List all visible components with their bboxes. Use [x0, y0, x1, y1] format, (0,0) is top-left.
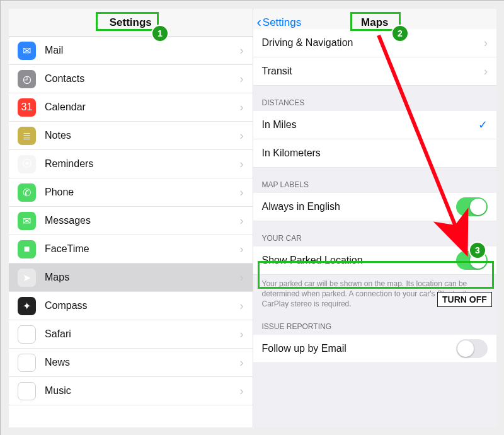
row-label: Notes — [45, 130, 240, 141]
row-label: In Miles — [262, 119, 479, 130]
chevron-left-icon: ‹ — [257, 16, 261, 30]
row-label: Messages — [45, 215, 240, 226]
app-icon-calendar: 31 — [18, 98, 36, 117]
row-label: Phone — [45, 187, 240, 198]
row-label: Mail — [45, 45, 240, 56]
app-icon-music: ♫ — [18, 382, 36, 400]
row-label: News — [45, 357, 240, 368]
chevron-right-icon: › — [484, 37, 488, 50]
chevron-right-icon: › — [240, 299, 244, 313]
row-label: Music — [45, 385, 240, 397]
chevron-right-icon: › — [240, 328, 244, 341]
settings-row-safari[interactable]: ✱Safari› — [9, 320, 253, 349]
header-your-car: YOUR CAR — [253, 221, 497, 246]
row-label: FaceTime — [45, 243, 240, 255]
left-navbar: Settings — [9, 9, 253, 37]
settings-row-news[interactable]: NNews› — [9, 349, 253, 377]
app-icon-messages: ✉ — [18, 212, 36, 230]
chevron-right-icon: › — [240, 385, 244, 398]
toggle-follow-up-email[interactable] — [456, 339, 488, 358]
settings-row-mail[interactable]: ✉Mail› — [9, 37, 253, 65]
annotation-turn-off-label: TURN OFF — [437, 292, 492, 307]
settings-row-maps[interactable]: ➤Maps› — [9, 264, 253, 292]
app-icon-notes: ≣ — [18, 127, 36, 145]
settings-row-messages[interactable]: ✉Messages› — [9, 207, 253, 235]
row-label: Maps — [45, 272, 240, 283]
chevron-right-icon: › — [240, 44, 244, 57]
chevron-right-icon: › — [240, 214, 244, 228]
app-icon-facetime: ■ — [18, 240, 36, 258]
settings-row-facetime[interactable]: ■FaceTime› — [9, 235, 253, 264]
app-icon-phone: ✆ — [18, 183, 36, 202]
app-icon-contacts: ◴ — [18, 70, 36, 88]
settings-row-reminders[interactable]: ⦿Reminders› — [9, 150, 253, 178]
row-label: Reminders — [45, 158, 240, 170]
row-follow-up-email: Follow up by Email — [253, 335, 497, 363]
row-label: Transit — [262, 66, 484, 77]
chevron-right-icon: › — [240, 271, 244, 284]
row-driving-navigation[interactable]: Driving & Navigation › — [253, 29, 497, 57]
chevron-right-icon: › — [240, 101, 244, 114]
row-label: Driving & Navigation — [262, 37, 484, 49]
back-button[interactable]: ‹ Settings — [257, 16, 302, 30]
chevron-right-icon: › — [240, 72, 244, 86]
app-icon-news: N — [18, 354, 36, 372]
settings-row-music[interactable]: ♫Music› — [9, 377, 253, 405]
chevron-right-icon: › — [484, 65, 488, 78]
header-map-labels: MAP LABELS — [253, 168, 497, 193]
chevron-right-icon: › — [240, 129, 244, 142]
row-label: Always in English — [262, 201, 457, 212]
app-icon-maps: ➤ — [18, 269, 36, 287]
row-label: Compass — [45, 300, 240, 311]
toggle-show-parked-location[interactable] — [456, 251, 488, 270]
chevron-right-icon: › — [240, 243, 244, 256]
row-show-parked-location: Show Parked Location — [253, 246, 497, 275]
row-always-english: Always in English — [253, 193, 497, 221]
left-title: Settings — [110, 16, 152, 29]
app-icon-safari: ✱ — [18, 325, 36, 344]
chevron-right-icon: › — [240, 186, 244, 199]
app-icon-compass: ✦ — [18, 297, 36, 315]
right-title: Maps — [361, 16, 388, 29]
settings-row-calendar[interactable]: 31Calendar› — [9, 93, 253, 122]
back-label: Settings — [263, 16, 301, 29]
row-label: Follow up by Email — [262, 343, 457, 354]
row-in-kilometers[interactable]: In Kilometers — [253, 139, 497, 168]
checkmark-icon: ✓ — [478, 118, 488, 132]
chevron-right-icon: › — [240, 356, 244, 369]
row-label: Safari — [45, 328, 240, 340]
chevron-right-icon: › — [240, 158, 244, 171]
header-distances: DISTANCES — [253, 86, 497, 111]
settings-row-notes[interactable]: ≣Notes› — [9, 122, 253, 150]
row-label: Contacts — [45, 73, 240, 84]
row-label: Show Parked Location — [262, 255, 457, 266]
app-icon-mail: ✉ — [18, 42, 36, 60]
settings-row-contacts[interactable]: ◴Contacts› — [9, 65, 253, 93]
toggle-always-english[interactable] — [456, 197, 488, 216]
row-in-miles[interactable]: In Miles ✓ — [253, 111, 497, 139]
row-transit[interactable]: Transit › — [253, 57, 497, 86]
settings-row-compass[interactable]: ✦Compass› — [9, 292, 253, 320]
settings-row-phone[interactable]: ✆Phone› — [9, 178, 253, 207]
app-icon-reminders: ⦿ — [18, 155, 36, 173]
row-label: In Kilometers — [262, 148, 488, 159]
header-issue-reporting: ISSUE REPORTING — [253, 318, 497, 335]
row-label: Calendar — [45, 102, 240, 113]
